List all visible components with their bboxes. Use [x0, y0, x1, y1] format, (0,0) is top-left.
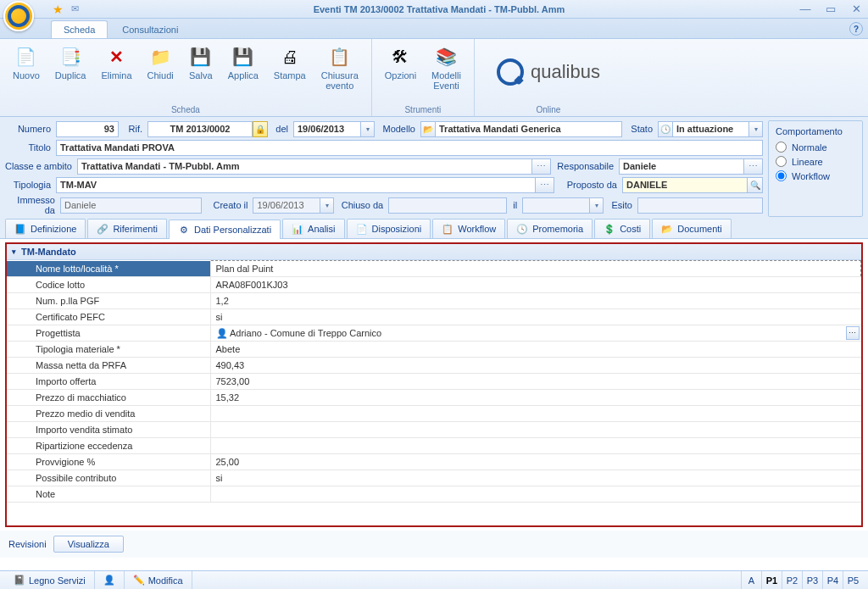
property-row[interactable]: Ripartizione eccedenza: [7, 438, 861, 454]
modelli-eventi-button[interactable]: 📚Modelli Eventi: [424, 41, 469, 95]
radio-workflow[interactable]: Workflow: [776, 170, 855, 181]
property-row[interactable]: Possibile contributosi: [7, 470, 861, 486]
property-row[interactable]: Provvigione %25,00: [7, 454, 861, 470]
property-value[interactable]: 15,32: [210, 390, 861, 406]
classe-picker[interactable]: ⋯: [532, 158, 551, 175]
proposto-input[interactable]: [622, 177, 748, 193]
close-button[interactable]: ✕: [848, 3, 865, 15]
visualizza-button[interactable]: Visualizza: [53, 536, 124, 553]
page-P5[interactable]: P5: [843, 571, 863, 590]
property-value[interactable]: 25,00: [210, 454, 861, 470]
property-row[interactable]: Prezzo di macchiatico15,32: [7, 390, 861, 406]
property-value[interactable]: 7523,00: [210, 374, 861, 390]
nuovo-button[interactable]: 📄Nuovo: [5, 41, 47, 85]
il-dropdown[interactable]: ▾: [590, 197, 604, 214]
responsabile-input[interactable]: [619, 158, 744, 175]
tab-promemoria[interactable]: 🕓Promemoria: [507, 219, 593, 238]
help-icon[interactable]: ?: [849, 22, 863, 36]
page-P2[interactable]: P2: [782, 571, 802, 590]
status-context[interactable]: 📓Legno Servizi: [5, 571, 95, 589]
maximize-button[interactable]: ▭: [822, 3, 839, 15]
proposto-search-icon[interactable]: 🔍: [748, 177, 763, 193]
minimize-button[interactable]: —: [797, 3, 814, 15]
modello-folder-icon[interactable]: 📂: [420, 121, 436, 137]
property-value[interactable]: [210, 422, 861, 438]
property-row[interactable]: Nome lotto/località *Plan dal Puint: [7, 261, 861, 277]
tab-documenti[interactable]: 📂Documenti: [652, 219, 732, 238]
property-row[interactable]: Massa netta da PRFA490,43: [7, 358, 861, 374]
modello-input[interactable]: [436, 121, 622, 137]
property-row[interactable]: Importo vendita stimato: [7, 422, 861, 438]
page-P4[interactable]: P4: [822, 571, 843, 590]
property-row[interactable]: Certificato PEFCsi: [7, 309, 861, 325]
value-picker[interactable]: ⋯: [846, 326, 860, 340]
property-value[interactable]: [210, 486, 861, 503]
save-icon: 💾: [189, 45, 213, 69]
tab-dati-personalizzati[interactable]: ⚙Dati Personalizzati: [169, 219, 281, 239]
app-logo[interactable]: [3, 1, 34, 31]
tab-costi[interactable]: 💲Costi: [594, 219, 650, 238]
duplica-button[interactable]: 📑Duplica: [47, 41, 94, 85]
opzioni-button[interactable]: 🛠Opzioni: [377, 41, 424, 85]
tipologia-input[interactable]: [56, 177, 536, 193]
property-group-header[interactable]: ▾ TM-Mandato: [7, 244, 861, 260]
property-name: Progettista: [7, 325, 210, 342]
tab-workflow[interactable]: 📋Workflow: [432, 219, 505, 238]
chiudi-button[interactable]: 📁Chiudi: [140, 41, 181, 85]
property-value[interactable]: si: [210, 309, 861, 325]
property-row[interactable]: Num. p.lla PGF1,2: [7, 293, 861, 309]
elimina-button[interactable]: ✕Elimina: [93, 41, 139, 85]
property-value[interactable]: si: [210, 470, 861, 486]
tab-definizione[interactable]: 📘Definizione: [5, 219, 86, 238]
radio-lineare[interactable]: Lineare: [776, 156, 855, 167]
classe-input[interactable]: [77, 158, 532, 175]
property-value[interactable]: ARA08F001KJ03: [210, 277, 861, 293]
page-P3[interactable]: P3: [802, 571, 822, 590]
tab-analisi[interactable]: 📊Analisi: [282, 219, 344, 238]
tab-disposizioni[interactable]: 📄Disposizioni: [347, 219, 431, 238]
tipologia-picker[interactable]: ⋯: [536, 177, 554, 193]
numero-input[interactable]: [56, 121, 119, 137]
tab-riferimenti[interactable]: 🔗Riferimenti: [87, 219, 167, 238]
qat-mail-icon[interactable]: ✉: [68, 3, 81, 16]
property-value[interactable]: [210, 438, 861, 454]
property-name: Massa netta da PRFA: [7, 358, 210, 374]
property-value[interactable]: Plan dal Puint: [210, 261, 861, 277]
chiusura-evento-button[interactable]: 📋Chiusura evento: [314, 41, 366, 95]
property-row[interactable]: Progettista👤 Adriano - Comune di Treppo …: [7, 325, 861, 342]
property-value[interactable]: 👤 Adriano - Comune di Treppo Carnico⋯: [210, 325, 861, 342]
property-row[interactable]: Codice lottoARA08F001KJ03: [7, 277, 861, 293]
stato-label: Stato: [622, 124, 658, 134]
status-user[interactable]: 👤: [95, 571, 125, 589]
property-row[interactable]: Note: [7, 486, 861, 503]
del-date-dropdown[interactable]: ▾: [361, 121, 375, 137]
property-value[interactable]: [210, 406, 861, 422]
page-A[interactable]: A: [741, 571, 761, 590]
qat-favorite-icon[interactable]: ★: [51, 3, 64, 16]
tab-scheda[interactable]: Scheda: [51, 20, 108, 38]
property-row[interactable]: Tipologia materiale *Abete: [7, 342, 861, 358]
property-value[interactable]: Abete: [210, 342, 861, 358]
property-row[interactable]: Importo offerta7523,00: [7, 374, 861, 390]
status-modifica[interactable]: ✏️Modifica: [125, 571, 192, 589]
brand-logo[interactable]: qualibus: [480, 58, 617, 86]
page-P1[interactable]: P1: [761, 571, 782, 590]
tab-consultazioni[interactable]: Consultazioni: [109, 20, 191, 38]
stampa-button[interactable]: 🖨Stampa: [266, 41, 314, 85]
main-tabstrip: Scheda Consultazioni ?: [0, 19, 868, 39]
titolo-input[interactable]: [56, 140, 763, 156]
rif-input[interactable]: [147, 121, 253, 137]
radio-normale[interactable]: Normale: [776, 142, 855, 153]
property-row[interactable]: Prezzo medio di vendita: [7, 406, 861, 422]
stato-input[interactable]: [673, 121, 749, 137]
lock-icon[interactable]: 🔒: [253, 121, 268, 137]
del-date-input[interactable]: [293, 121, 361, 137]
property-value[interactable]: 1,2: [210, 293, 861, 309]
responsabile-picker[interactable]: ⋯: [744, 158, 763, 175]
applica-button[interactable]: 💾Applica: [220, 41, 266, 85]
property-value[interactable]: 490,43: [210, 358, 861, 374]
stato-dropdown[interactable]: ▾: [749, 121, 763, 137]
creato-dropdown[interactable]: ▾: [320, 197, 334, 214]
salva-button[interactable]: 💾Salva: [181, 41, 220, 85]
inner-tabs: 📘Definizione 🔗Riferimenti ⚙Dati Personal…: [0, 219, 868, 239]
